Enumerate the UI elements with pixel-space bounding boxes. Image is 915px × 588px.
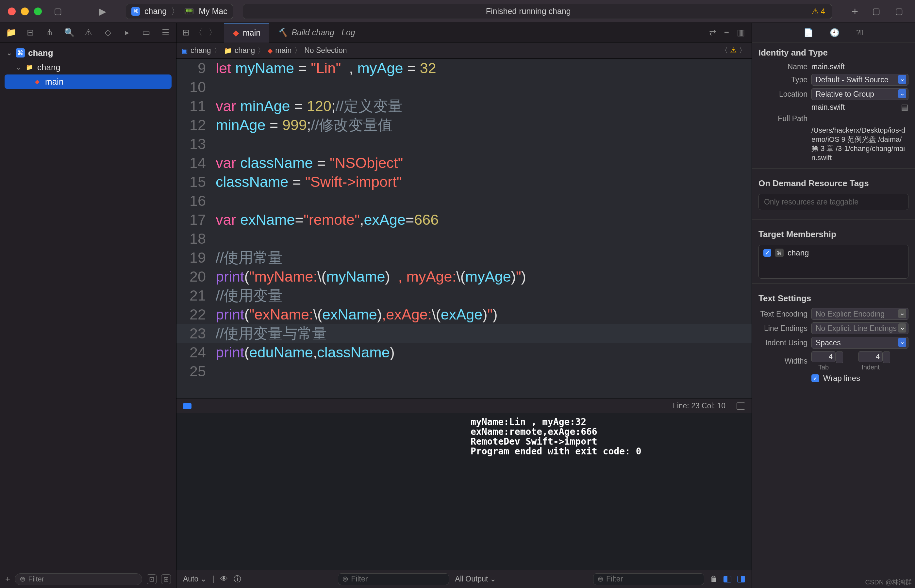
location-popup[interactable]: Relative to Group [812,88,909,100]
test-navigator-icon[interactable]: ◇ [103,27,112,37]
tab-label: Build chang - Log [291,28,355,37]
project-tree: ⌄ ⌘ chang ⌄ 📁 chang ◆ main [0,42,176,570]
hammer-icon: 🔨 [278,28,288,37]
symbol-navigator-icon[interactable]: ⋔ [45,27,54,37]
nav-forward-button[interactable]: 〉 [207,27,218,38]
warning-icon: ⚠ [730,46,737,55]
indent-width-stepper[interactable]: 4 [858,351,883,362]
swift-icon: ◆ [268,47,273,55]
info-icon[interactable]: ⓘ [234,574,241,584]
warning-indicator[interactable]: ⚠ 4 [812,7,825,16]
folder-label: chang [37,62,60,73]
navigator-filter-field[interactable]: ⊜ Filter [15,573,142,585]
library-button[interactable]: ▢ [868,5,884,18]
project-navigator-icon[interactable]: 📁 [6,27,16,37]
filter-placeholder: Filter [28,575,44,583]
adjust-editor-icon[interactable]: ≡ [724,27,729,37]
inspector-panel: 📄 🕘 ?⃝ Identity and Type Namemain.swift … [752,23,915,588]
help-inspector-tab[interactable]: ?⃝ [856,28,863,37]
debug-toolbar: Auto ⌄ | 👁 ⓘ ⊜Filter All Output ⌄ ⊜Filte… [176,570,752,588]
file-type-popup[interactable]: Default - Swift Source [812,74,909,86]
issue-navigator-icon[interactable]: ⚠ [84,27,93,37]
add-tab-button[interactable]: + [842,5,868,18]
nav-back-button[interactable]: 〈 [193,27,204,38]
tab-build-log[interactable]: 🔨 Build chang - Log [269,23,364,42]
project-icon: ⌘ [16,48,25,58]
console-output[interactable]: myName:Lin , myAge:32 exName:remote,exAg… [464,413,752,570]
show-variables-pane-button[interactable] [724,576,731,582]
auto-selector[interactable]: Auto ⌄ [183,575,207,583]
variables-filter-field[interactable]: ⊜Filter [338,573,449,585]
source-control-navigator-icon[interactable]: ⊟ [26,27,35,37]
history-inspector-tab[interactable]: 🕘 [830,28,839,37]
jump-bar[interactable]: ▣ chang 〉 📁 chang 〉 ◆ main 〉 No Selectio… [176,42,752,59]
navigator-selector: 📁 ⊟ ⋔ 🔍 ⚠ ◇ ▸ ▭ ☰ [0,23,176,42]
wrap-lines-checkbox[interactable]: ✓ [812,374,819,382]
run-button[interactable]: ▶ [99,6,106,17]
add-button[interactable]: + [5,574,10,584]
scheme-name: chang [144,6,167,16]
eye-icon[interactable]: 👁 [220,575,228,583]
project-node[interactable]: ⌄ ⌘ chang [0,46,176,60]
file-inspector-tab[interactable]: 📄 [803,28,813,37]
tab-width-stepper[interactable]: 4 [812,351,836,362]
toggle-navigator-button[interactable]: ▢ [50,5,66,18]
show-console-pane-button[interactable] [737,576,745,582]
disclosure-icon[interactable]: ⌄ [6,49,13,57]
target-membership-list: ✓ ⌘ chang [758,245,909,279]
zoom-window-button[interactable] [34,8,42,15]
folder-node[interactable]: ⌄ 📁 chang [0,60,176,74]
output-selector[interactable]: All Output ⌄ [455,575,496,583]
debug-navigator-icon[interactable]: ▸ [122,27,132,37]
breakpoint-toggle[interactable] [183,403,191,409]
resource-tags-field: Only resources are taggable [758,194,909,210]
minimap-icon[interactable] [737,402,745,410]
folder-picker-icon[interactable]: ▤ [901,103,909,112]
next-issue-icon[interactable]: 〉 [739,45,746,55]
navigator-footer: + ⊜ Filter ⊡ ⊞ [0,570,176,588]
close-window-button[interactable] [8,8,16,15]
indent-using-popup[interactable]: Spaces [812,337,909,349]
watermark: CSDN @林鸿群 [865,578,912,587]
line-endings-popup[interactable]: No Explicit Line Endings [812,322,909,334]
prev-issue-icon[interactable]: 〈 [721,45,728,55]
cursor-position: Line: 23 Col: 10 [673,401,726,410]
source-editor[interactable]: 9let myName = "Lin" , myAge = 321011var … [176,59,752,399]
target-checkbox[interactable]: ✓ [763,249,771,257]
full-path-value: /Users/hackerx/Desktop/ios-demo/iOS 9 范例… [752,124,915,164]
console-filter-field[interactable]: ⊜Filter [593,573,704,585]
window-toolbar: ▢ ▶ ⌘ chang 〉 📟 My Mac Finished running … [0,0,915,23]
editor-options-icon[interactable]: ⇄ [709,27,716,37]
app-icon: ⌘ [131,7,140,16]
target-row[interactable]: ✓ ⌘ chang [763,248,904,257]
activity-status-bar[interactable]: Finished running chang ⚠ 4 [243,4,833,19]
traffic-lights [0,8,50,15]
target-name: chang [787,248,809,257]
identity-section-title: Identity and Type [752,42,915,61]
related-items-icon[interactable]: ⊞ [182,27,189,37]
navigator-sidebar: 📁 ⊟ ⋔ 🔍 ⚠ ◇ ▸ ▭ ☰ ⌄ ⌘ chang ⌄ 📁 [0,23,176,588]
wrap-lines-label: Wrap lines [823,374,860,383]
trash-icon[interactable]: 🗑 [710,575,718,583]
inspector-tab-bar: 📄 🕘 ?⃝ [752,23,915,42]
add-editor-icon[interactable]: ▥ [737,27,745,37]
minimize-window-button[interactable] [21,8,29,15]
variables-view[interactable] [176,413,464,570]
scm-filter-button[interactable]: ⊞ [161,574,171,584]
file-name-field[interactable]: main.swift [812,62,909,71]
breakpoint-navigator-icon[interactable]: ▭ [142,27,151,37]
file-node-selected[interactable]: ◆ main [5,74,171,89]
toggle-inspector-button[interactable]: ▢ [891,5,907,18]
disclosure-icon[interactable]: ⌄ [15,63,21,71]
tab-main[interactable]: ◆ main [224,23,269,42]
chevron-right-icon: 〉 [171,6,179,17]
editor-area: ⊞ 〈 〉 ◆ main 🔨 Build chang - Log ⇄ ≡ ▥ [176,23,752,588]
recent-filter-button[interactable]: ⊡ [147,574,157,584]
text-encoding-popup[interactable]: No Explicit Encoding [812,308,909,320]
find-navigator-icon[interactable]: 🔍 [64,27,74,37]
project-icon: ▣ [182,47,188,55]
text-settings-title: Text Settings [752,288,915,307]
swift-file-icon: ◆ [33,77,42,86]
scheme-selector[interactable]: ⌘ chang 〉 📟 My Mac [126,4,233,19]
report-navigator-icon[interactable]: ☰ [161,27,170,37]
